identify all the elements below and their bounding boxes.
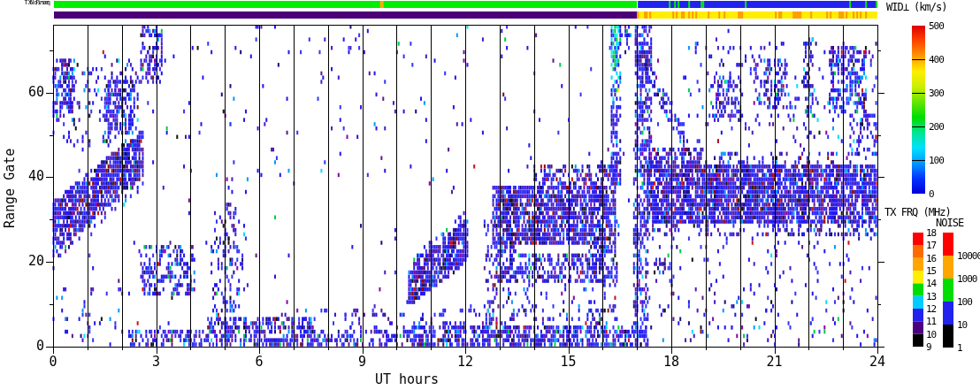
y-tick-label: 20: [19, 255, 44, 268]
y-tick-label: 60: [19, 86, 44, 99]
wid-colorbar-tick-label: 500: [929, 21, 944, 31]
wid-colorbar-tick-label: 300: [929, 88, 944, 98]
tx-colorbar-tick-label: 15: [926, 266, 936, 276]
x-tick-label: 9: [345, 356, 380, 369]
tx-colorbar-tick-label: 11: [926, 317, 936, 326]
x-tick-label: 3: [139, 356, 174, 369]
noise-colorbar-title: NOISE: [936, 218, 963, 228]
x-tick-label: 18: [654, 356, 689, 369]
noise-colorbar-tick-label: 1: [957, 343, 962, 353]
y-tick-label: 40: [19, 170, 44, 183]
x-tick-label: 21: [757, 356, 792, 369]
tx-colorbar-tick-label: 17: [926, 241, 936, 250]
x-tick-label: 0: [35, 356, 71, 369]
wid-colorbar-title: WID⊥ (km/s): [886, 2, 946, 12]
tx-colorbar-tick-label: 12: [926, 304, 936, 314]
y-tick-label: 0: [19, 340, 44, 353]
wid-colorbar-tick-label: 400: [929, 55, 944, 65]
wid-colorbar-tick-label: 200: [929, 122, 944, 132]
tx-colorbar-tick-label: 10: [926, 330, 936, 340]
noise-colorbar-tick-label: 10: [957, 320, 967, 330]
txfreq-strip-label: TX Freq: [0, 0, 50, 6]
noise-colorbar-tick-label: 1000: [957, 274, 977, 284]
tx-colorbar-tick-label: 14: [926, 279, 936, 288]
x-axis-title: UT hours: [354, 373, 460, 386]
tx-colorbar-tick-label: 13: [926, 292, 936, 302]
wid-colorbar-tick-label: 100: [929, 156, 944, 165]
x-tick-label: 12: [448, 356, 483, 369]
noise-colorbar-tick-label: 100: [957, 297, 972, 307]
tx-colorbar-tick-label: 9: [926, 342, 931, 352]
noise-colorbar-tick-label: 10000: [957, 251, 980, 261]
tx-colorbar-tick-label: 18: [926, 228, 936, 238]
wid-colorbar-tick-label: 0: [929, 189, 934, 199]
radar-summary-plot: Noise TX Freq Range Gate UT hours WID⊥ (…: [0, 0, 980, 390]
tx-colorbar-tick-label: 16: [926, 254, 936, 264]
y-axis-title: Range Gate: [4, 149, 17, 228]
x-tick-label: 15: [551, 356, 586, 369]
plot-canvas: [0, 0, 980, 390]
x-tick-label: 6: [241, 356, 277, 369]
x-tick-label: 24: [860, 356, 895, 369]
